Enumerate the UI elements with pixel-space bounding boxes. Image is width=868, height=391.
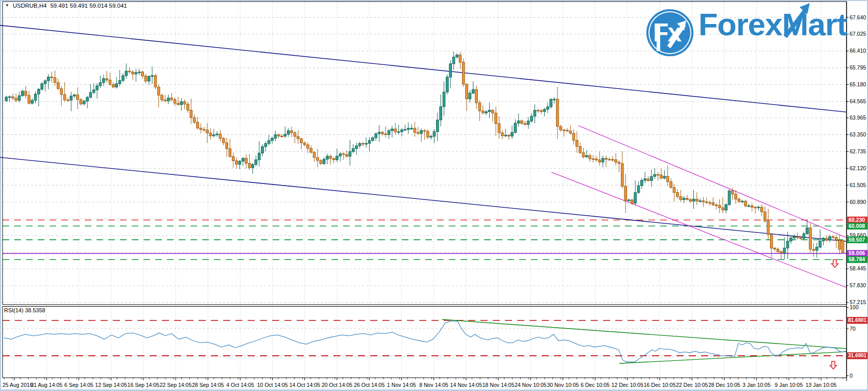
logo-fx-text: Fx	[653, 18, 681, 48]
ohlc-values: 59.491 59.491 59.014 59.041	[50, 3, 127, 9]
svg-text:66.410: 66.410	[850, 48, 866, 54]
svg-text:6 Sep 14:05: 6 Sep 14:05	[64, 382, 93, 388]
svg-text:70: 70	[850, 326, 856, 332]
svg-text:14 Nov 14:05: 14 Nov 14:05	[450, 382, 483, 388]
svg-text:0: 0	[850, 373, 853, 379]
svg-text:59.507: 59.507	[849, 237, 865, 243]
svg-text:28 Dec 10:05: 28 Dec 10:05	[708, 382, 740, 388]
logo-fx-badge: Fx	[646, 9, 693, 56]
svg-text:1 Nov 14:05: 1 Nov 14:05	[387, 382, 416, 388]
svg-text:65.795: 65.795	[850, 64, 866, 71]
svg-text:58.445: 58.445	[850, 265, 866, 271]
svg-text:3 Jan 10:05: 3 Jan 10:05	[742, 382, 770, 388]
svg-text:22 Dec 10:05: 22 Dec 10:05	[676, 382, 708, 388]
svg-text:16 Sep 14:05: 16 Sep 14:05	[128, 382, 160, 388]
svg-text:20 Oct 14:05: 20 Oct 14:05	[322, 382, 352, 388]
svg-text:12 Sep 14:05: 12 Sep 14:05	[95, 382, 127, 388]
trading-chart-window: 67.64067.02566.41065.79565.18064.56563.9…	[0, 0, 868, 391]
rsi-indicator-label: RSI(14) 38.5358	[4, 307, 45, 313]
svg-text:60.890: 60.890	[850, 199, 866, 205]
forexmart-logo: Fx ForexMart	[646, 8, 805, 59]
svg-text:24 Nov 10:05: 24 Nov 10:05	[515, 382, 547, 388]
svg-text:63.965: 63.965	[850, 114, 866, 121]
svg-text:12 Dec 10:05: 12 Dec 10:05	[612, 382, 644, 388]
svg-text:60.008: 60.008	[849, 223, 865, 229]
symbol-ohlc-bar: ▼ USDRUB,H4 59.491 59.491 59.014 59.041	[4, 2, 129, 9]
svg-text:100: 100	[850, 304, 859, 310]
svg-text:22 Sep 14:05: 22 Sep 14:05	[160, 382, 192, 388]
svg-text:59.006: 59.006	[849, 250, 865, 256]
symbol-timeframe-label: USDRUB,H4	[13, 3, 46, 9]
svg-text:64.565: 64.565	[850, 98, 866, 104]
svg-text:58.784: 58.784	[849, 256, 865, 262]
svg-text:31.6901: 31.6901	[848, 353, 867, 358]
svg-text:16 Dec 10:05: 16 Dec 10:05	[644, 382, 676, 388]
svg-text:63.350: 63.350	[850, 131, 866, 137]
logo-brand-forex: Forex	[698, 7, 782, 42]
svg-text:31 Aug 14:05: 31 Aug 14:05	[31, 382, 62, 388]
svg-text:61.505: 61.505	[850, 182, 866, 188]
logo-brand-text: ForexMart	[698, 6, 847, 42]
svg-text:67.025: 67.025	[850, 31, 866, 37]
logo-m-arrow-icon	[780, 0, 816, 41]
symbol-dropdown-icon[interactable]: ▼	[5, 3, 9, 8]
svg-text:9 Jan 10:05: 9 Jan 10:05	[775, 382, 803, 388]
svg-text:60.230: 60.230	[849, 217, 865, 223]
svg-text:6 Dec 10:05: 6 Dec 10:05	[581, 382, 610, 388]
svg-text:67.640: 67.640	[850, 14, 866, 20]
svg-text:14 Oct 14:05: 14 Oct 14:05	[290, 382, 320, 388]
svg-text:8 Nov 14:05: 8 Nov 14:05	[419, 382, 448, 388]
svg-text:62.735: 62.735	[850, 148, 866, 154]
svg-text:10 Oct 14:05: 10 Oct 14:05	[257, 382, 288, 388]
svg-text:25 Aug 2016: 25 Aug 2016	[3, 382, 33, 388]
svg-text:30 Nov 10:05: 30 Nov 10:05	[547, 382, 579, 388]
svg-text:26 Oct 14:05: 26 Oct 14:05	[354, 382, 384, 388]
svg-text:4 Oct 14:05: 4 Oct 14:05	[226, 382, 254, 388]
svg-text:57.830: 57.830	[850, 282, 866, 288]
svg-text:18 Nov 14:05: 18 Nov 14:05	[483, 382, 515, 388]
svg-text:28 Sep 14:05: 28 Sep 14:05	[192, 382, 224, 388]
svg-text:62.120: 62.120	[850, 165, 866, 171]
svg-text:65.180: 65.180	[850, 81, 866, 87]
svg-text:13 Jan 10:05: 13 Jan 10:05	[806, 382, 837, 388]
svg-text:81.6901: 81.6901	[848, 317, 867, 323]
